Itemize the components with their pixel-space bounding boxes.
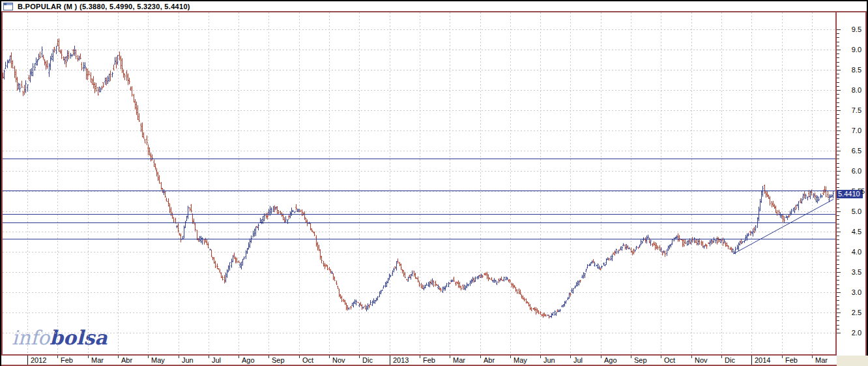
price-tick [837,171,841,172]
month-label: Feb [61,356,73,364]
price-tick [837,143,839,144]
price-tick [837,42,839,42]
year-separator [27,356,28,365]
chart-window-icon[interactable] [3,3,14,11]
price-tick [837,159,839,159]
obscured-axis-label: 5 [861,187,865,196]
price-tick [837,175,839,175]
up-bars [3,46,834,318]
month-label: Abr [121,356,132,364]
month-tick [691,356,692,358]
price-tick [837,134,839,135]
month-label: Oct [664,356,675,364]
year-separator [390,356,390,365]
price-axis-label: 9.0 [852,46,861,54]
price-tick [837,248,839,249]
price-axis-label: 3.0 [852,288,861,297]
price-tick [837,94,839,95]
price-tick [837,90,841,91]
price-tick [837,204,839,204]
month-label: Oct [302,356,313,364]
price-axis-label: 7.0 [852,127,861,135]
window-title: B.POPULAR (M ) (5.3880, 5.4990, 5.3230, … [18,3,190,10]
price-tick [837,207,839,208]
price-axis-label: 2.5 [852,309,861,317]
price-tick [837,296,839,297]
month-label: Mar [815,356,828,364]
price-tick [837,316,839,317]
month-tick [661,356,661,358]
price-tick [837,29,841,30]
price-tick [837,236,839,236]
price-tick [837,138,839,139]
price-tick [837,333,841,333]
price-tick [837,292,841,293]
price-axis-label: 7.5 [852,106,861,115]
price-axis-label: 6.0 [852,167,861,175]
date-axis: 2012FebMarAbrMayJunJulAgoSepOctNovDic201… [1,356,837,366]
month-label: Mar [91,356,104,364]
price-tick [837,219,839,220]
price-tick [837,118,839,119]
month-label: Sep [634,356,647,364]
price-tick [837,272,841,273]
year-label: 2012 [31,356,46,364]
infobolsa-watermark: infobolsa [12,326,108,349]
month-tick [510,356,511,358]
price-tick [837,102,839,103]
price-chart[interactable]: infobolsa [3,12,835,354]
month-tick [299,356,300,358]
month-label: Ago [242,356,255,364]
month-tick [209,356,209,358]
price-tick [837,224,839,224]
support-resistance-lines[interactable] [3,159,835,239]
price-tick [837,70,841,70]
year-label: 2013 [393,356,409,364]
down-bars [3,38,829,318]
price-axis-label: 4.5 [852,228,861,236]
month-tick [420,356,420,358]
price-tick [837,268,839,269]
chart-window: B.POPULAR (M ) (5.3880, 5.4990, 5.3230, … [0,0,868,366]
price-tick [837,313,841,313]
price-tick [837,114,839,115]
month-tick [148,356,149,358]
year-separator [751,356,752,365]
month-label: Abr [484,356,495,364]
month-label: Feb [423,356,435,364]
month-label: May [514,356,527,364]
month-label: Jun [182,356,194,364]
price-tick [837,78,839,78]
price-axis-label: 2.0 [852,329,861,337]
month-label: Nov [332,356,345,364]
month-label: Dic [362,356,373,364]
price-tick [837,276,839,277]
price-tick [837,187,839,188]
price-tick [837,110,841,111]
last-price-badge: 5.4410 [837,190,863,198]
price-tick [837,252,841,252]
price-tick [837,74,839,74]
month-tick [268,356,269,358]
price-axis-label: 6.5 [852,147,861,155]
month-label: Jun [543,356,555,364]
month-label: May [151,356,165,364]
month-tick [782,356,783,358]
price-axis-label: 5.0 [852,207,861,216]
month-tick [239,356,239,358]
month-label: Ago [604,356,617,364]
month-tick [570,356,571,358]
price-tick [837,33,839,34]
month-tick [118,356,119,358]
month-tick [601,356,601,358]
grid-lines [3,12,835,354]
price-tick [837,305,839,305]
price-axis-label: 8.0 [852,86,861,95]
price-axis-label: 4.0 [852,248,861,256]
month-tick [88,356,89,358]
trendline[interactable] [733,199,833,254]
plot-area[interactable]: infobolsa [1,11,837,356]
month-label: Mar [453,356,465,364]
price-axis-label: 8.5 [852,66,861,74]
price-tick [837,215,839,216]
